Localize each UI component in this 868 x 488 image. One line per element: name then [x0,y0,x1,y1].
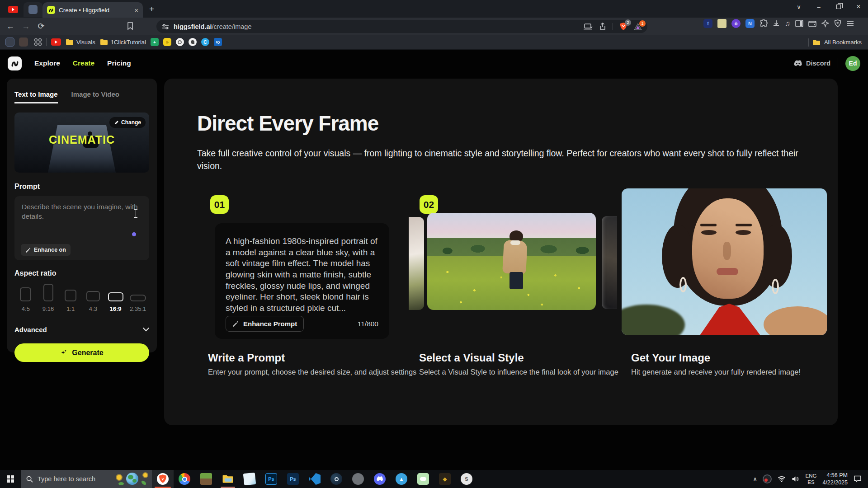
bookmark-folder-tutorial[interactable]: 1ClickTutorial [100,39,146,46]
enhance-toggle-label: Enhance on [34,247,66,253]
taskbar-chrome[interactable] [174,470,195,488]
wifi-icon[interactable] [778,476,786,482]
taskbar-minecraft[interactable] [195,470,217,488]
web-bookmark-icon[interactable] [176,38,184,46]
wallet-icon[interactable] [808,20,816,27]
iq-bookmark-icon[interactable]: IQ [214,38,222,46]
language-indicator[interactable]: ENG ES [805,473,816,486]
style-carousel-next-image[interactable] [602,216,617,309]
forward-button[interactable]: → [18,22,33,31]
nav-explore[interactable]: Explore [34,59,60,67]
close-window-button[interactable]: × [849,0,868,14]
pinned-tab-site[interactable] [24,2,42,17]
taskbar-green-app[interactable] [412,470,434,488]
back-button[interactable]: ← [3,22,18,31]
downloads-icon[interactable] [773,20,780,28]
discord-button[interactable]: Discord [793,60,830,67]
higgsfield-logo[interactable] [8,56,22,70]
tune-icon[interactable] [162,23,169,30]
taskbar-search-box[interactable]: Type here to search [21,470,152,488]
taskbar-dark-gold-app[interactable]: ◆ [434,470,456,488]
notepad-icon [243,473,256,486]
bookmark-icon[interactable] [127,22,134,30]
taskbar-discord[interactable] [369,470,391,488]
action-center-icon[interactable] [854,475,862,483]
extension-f-icon[interactable]: f [703,19,712,28]
taskbar-s-app[interactable]: S [456,470,477,488]
advanced-section-toggle[interactable]: Advanced [14,326,149,333]
ratio-option-4-5[interactable]: 4:5 [14,284,37,312]
taskbar-vscode[interactable] [304,470,326,488]
address-bar[interactable]: higgsfield.ai/create/image 2 1 [156,20,647,33]
extensions-puzzle-icon[interactable] [760,19,768,28]
bookmark-tile2-icon[interactable] [19,38,28,47]
style-carousel-main-image[interactable] [427,213,596,310]
restore-button[interactable] [829,0,849,14]
all-bookmarks-button[interactable]: All Bookmarks [808,35,862,50]
result-portrait-image[interactable] [622,188,827,335]
start-button[interactable] [0,470,21,488]
style-carousel-prev-image[interactable] [409,217,424,310]
vpn-shield-icon[interactable] [834,19,841,28]
change-style-button[interactable]: Change [109,117,146,128]
spiral-bookmark-icon[interactable] [189,38,197,46]
taskbar-brave[interactable] [152,470,174,488]
active-tab[interactable]: Create • Higgsfield × [42,2,143,18]
media-icon[interactable]: ♫ [785,19,790,28]
sheets-bookmark-icon[interactable]: + [151,38,159,46]
taskbar-photoshop[interactable]: Ps [260,470,282,488]
ratio-option-4-3[interactable]: 4:3 [82,284,104,312]
taskbar-file-explorer[interactable] [217,470,239,488]
enhance-prompt-button[interactable]: Enhance Prompt [226,316,304,332]
tab-image-to-video[interactable]: Image to Video [71,90,119,103]
tray-expand-icon[interactable]: ∧ [753,476,757,482]
ratio-option-16-9[interactable]: 16:9 [104,284,127,312]
youtube-bookmark-icon[interactable] [51,38,61,46]
tab-text-to-image[interactable]: Text to Image [14,90,58,103]
prompt-textarea[interactable] [22,202,142,234]
obs-tray-icon[interactable] [763,474,772,483]
tab-close-icon[interactable]: × [134,6,138,14]
menu-icon[interactable] [846,20,854,27]
ratio-option-235-1[interactable]: 2.35:1 [127,284,149,312]
ratio-option-9-16[interactable]: 9:16 [37,284,60,312]
taskbar-gray-app[interactable] [347,470,369,488]
prompt-input-box[interactable]: Enhance on [14,196,149,260]
apps-grid-icon[interactable] [34,38,42,46]
ai-assistant-icon[interactable]: ö [731,19,741,28]
pinned-tab-youtube[interactable] [4,2,23,17]
adblock-extension-icon[interactable]: 1 [634,23,642,30]
brave-shields-icon[interactable]: 2 [619,22,627,31]
taskbar-steam[interactable] [326,470,347,488]
taskbar-clock[interactable]: 4:56 PM 4/22/2025 [822,472,848,487]
url-text[interactable]: higgsfield.ai/create/image [174,23,251,30]
enhance-toggle[interactable]: Enhance on [21,244,71,256]
notion-extension-icon[interactable]: N [745,19,755,28]
example-prompt-text: A high-fashion 1980s-inspired portrait o… [226,236,378,314]
search-doodle-art[interactable] [116,472,148,486]
sidebar-toggle-icon[interactable] [795,20,803,27]
taskbar-blue-app[interactable]: ▲ [391,470,412,488]
taskbar-notepad[interactable] [239,470,260,488]
generate-button[interactable]: Generate [14,343,149,362]
tab-search-button[interactable]: ∨ [789,0,809,14]
notes-extension-icon[interactable] [717,19,726,28]
minimize-button[interactable]: – [809,0,829,14]
nav-create[interactable]: Create [73,59,94,67]
bookmark-tile-icon[interactable] [5,38,14,47]
reload-button[interactable]: ⟳ [33,21,49,31]
leo-ai-icon[interactable] [821,20,829,28]
send-to-device-icon[interactable] [584,23,593,30]
user-avatar[interactable]: Ed [845,56,860,71]
nav-pricing[interactable]: Pricing [107,59,131,67]
volume-icon[interactable] [792,476,799,482]
yellow-bookmark-icon[interactable]: » [163,38,171,46]
ratio-option-1-1[interactable]: 1:1 [59,284,82,312]
bookmark-folder-visuals[interactable]: Visuals [66,39,95,46]
green-cloud-app-icon [417,473,429,485]
new-tab-button[interactable]: + [149,4,154,14]
share-icon[interactable] [599,23,606,30]
c-bookmark-icon[interactable]: C [201,38,209,46]
taskbar-photoshop-2[interactable]: Ps [282,470,304,488]
selected-style-thumbnail[interactable]: CINEMATIC Change [14,113,149,173]
